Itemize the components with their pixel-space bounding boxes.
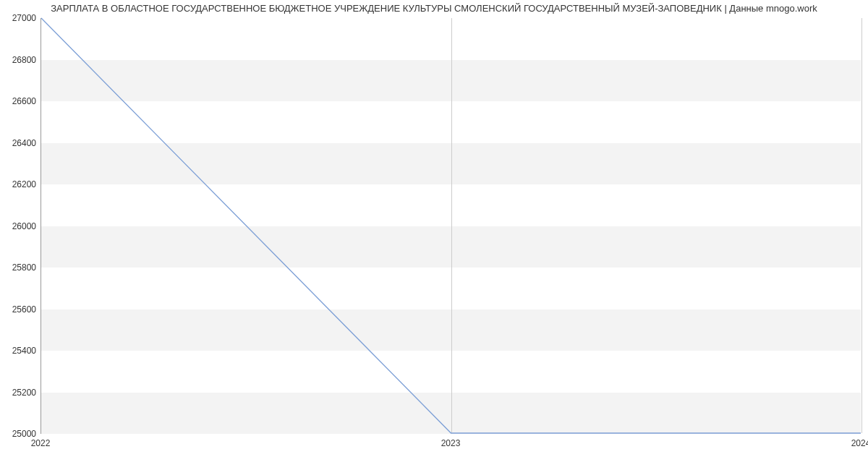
y-tick-label: 25400 [4,346,36,356]
line-series [41,18,861,433]
y-tick-label: 25000 [4,429,36,439]
y-tick-label: 26200 [4,179,36,189]
chart-title: ЗАРПЛАТА В ОБЛАСТНОЕ ГОСУДАРСТВЕННОЕ БЮД… [0,3,868,14]
line-series-svg [41,18,861,433]
chart-container: ЗАРПЛАТА В ОБЛАСТНОЕ ГОСУДАРСТВЕННОЕ БЮД… [0,0,868,470]
y-tick-label: 25200 [4,388,36,398]
y-tick-label: 25600 [4,304,36,315]
x-tick-label: 2024 [851,438,868,448]
y-tick-label: 26400 [4,138,36,148]
y-tick-label: 26800 [4,55,36,65]
y-tick-label: 25800 [4,262,36,273]
x-tick-label: 2023 [441,438,461,448]
gridline-vertical [861,18,862,433]
y-tick-label: 27000 [4,13,36,23]
x-tick-label: 2022 [31,438,51,448]
y-tick-label: 26000 [4,221,36,231]
plot-area [41,18,861,434]
y-tick-label: 26600 [4,96,36,106]
